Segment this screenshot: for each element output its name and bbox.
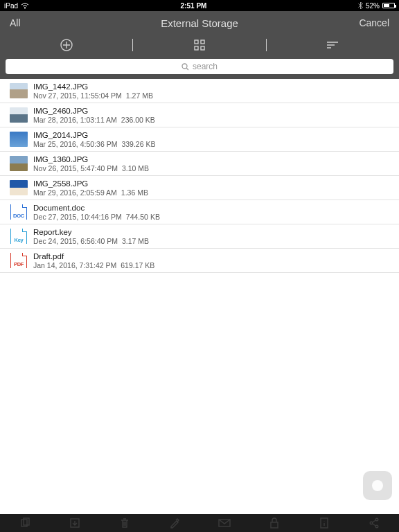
file-thumbnail — [10, 180, 28, 195]
pencil-icon — [169, 517, 180, 529]
move-icon — [69, 517, 80, 529]
file-row[interactable]: IMG_1442.JPGNov 27, 2015, 11:55:04 PM1.2… — [0, 79, 399, 103]
file-subtitle: Jan 14, 2016, 7:31:42 PM619.17 KB — [33, 261, 392, 269]
file-name: Draft.pdf — [33, 252, 392, 261]
file-list: IMG_1442.JPGNov 27, 2015, 11:55:04 PM1.2… — [0, 79, 399, 273]
delete-button[interactable] — [100, 517, 150, 529]
file-date: Dec 27, 2015, 10:44:16 PM — [33, 213, 122, 221]
add-button[interactable] — [0, 38, 132, 52]
file-size: 744.50 KB — [126, 213, 160, 221]
file-thumbnail: Key — [10, 229, 28, 244]
svg-rect-11 — [271, 522, 278, 528]
view-grid-button[interactable] — [133, 39, 265, 51]
clock: 2:51 PM — [29, 2, 358, 10]
file-row[interactable]: DOCDocument.docDec 27, 2015, 10:44:16 PM… — [0, 200, 399, 224]
file-subtitle: Nov 27, 2015, 11:55:04 PM1.27 MB — [33, 91, 392, 100]
file-name: IMG_2460.JPG — [33, 107, 392, 116]
file-name: IMG_2558.JPG — [33, 179, 392, 188]
file-date: Mar 28, 2016, 1:03:11 AM — [33, 116, 117, 124]
mail-icon — [218, 519, 231, 527]
file-type-label: PDF — [14, 261, 24, 267]
share-button[interactable] — [349, 517, 399, 529]
bottom-toolbar — [0, 514, 399, 532]
file-row[interactable]: PDFDraft.pdfJan 14, 2016, 7:31:42 PM619.… — [0, 249, 399, 273]
file-date: Nov 27, 2015, 11:55:04 PM — [33, 91, 122, 100]
nav-all-button[interactable]: All — [10, 17, 65, 28]
svg-rect-4 — [195, 46, 198, 50]
file-size: 3.17 MB — [122, 237, 149, 245]
file-size: 619.17 KB — [121, 261, 154, 269]
file-thumbnail — [10, 83, 28, 98]
file-thumbnail: PDF — [10, 253, 28, 268]
file-type-label: DOC — [13, 213, 24, 219]
file-date: Dec 24, 2015, 6:56:40 PM — [33, 237, 118, 245]
info-icon — [319, 517, 329, 529]
file-size: 1.27 MB — [126, 91, 153, 100]
file-row[interactable]: IMG_2558.JPGMar 29, 2016, 2:05:59 AM1.36… — [0, 176, 399, 200]
file-thumbnail — [10, 107, 28, 123]
file-row[interactable]: IMG_2460.JPGMar 28, 2016, 1:03:11 AM236.… — [0, 103, 399, 127]
mail-button[interactable] — [200, 519, 249, 527]
info-button[interactable] — [299, 517, 349, 529]
file-date: Jan 14, 2016, 7:31:42 PM — [33, 261, 116, 269]
file-name: Document.doc — [33, 204, 392, 213]
file-name: IMG_2014.JPG — [33, 131, 392, 140]
svg-rect-3 — [201, 40, 204, 44]
svg-point-14 — [375, 518, 378, 521]
file-meta: Draft.pdfJan 14, 2016, 7:31:42 PM619.17 … — [33, 252, 392, 269]
search-input[interactable]: search — [6, 59, 393, 74]
svg-rect-5 — [201, 46, 204, 50]
nav-cancel-button[interactable]: Cancel — [334, 17, 389, 28]
move-button[interactable] — [50, 517, 100, 529]
file-subtitle: Nov 26, 2015, 5:47:40 PM3.10 MB — [33, 164, 392, 172]
file-meta: Document.docDec 27, 2015, 10:44:16 PM744… — [33, 204, 392, 221]
lock-icon — [269, 517, 279, 529]
search-bar: search — [0, 55, 399, 79]
file-subtitle: Dec 27, 2015, 10:44:16 PM744.50 KB — [33, 213, 392, 221]
file-thumbnail — [10, 156, 28, 171]
file-meta: IMG_2558.JPGMar 29, 2016, 2:05:59 AM1.36… — [33, 179, 392, 197]
trash-icon — [120, 517, 130, 529]
file-row[interactable]: IMG_2014.JPGMar 25, 2016, 4:50:36 PM339.… — [0, 127, 399, 152]
file-meta: Report.keyDec 24, 2015, 6:56:40 PM3.17 M… — [33, 228, 392, 245]
copy-button[interactable] — [0, 517, 50, 529]
toolbar — [0, 35, 399, 55]
file-type-label: Key — [15, 237, 24, 243]
file-thumbnail — [10, 132, 28, 147]
nav-title: External Storage — [65, 17, 334, 29]
file-date: Mar 25, 2016, 4:50:36 PM — [33, 140, 117, 148]
copy-icon — [19, 517, 30, 529]
grid-icon — [193, 39, 206, 51]
edit-button[interactable] — [150, 517, 200, 529]
svg-point-0 — [24, 8, 26, 9]
sort-button[interactable] — [267, 40, 399, 50]
file-size: 339.26 KB — [121, 140, 155, 148]
status-bar: iPad 2:51 PM 52% — [0, 0, 399, 11]
search-icon — [181, 63, 189, 71]
bluetooth-icon — [358, 2, 363, 9]
battery-icon — [382, 3, 395, 8]
device-label: iPad — [4, 2, 18, 10]
file-meta: IMG_2460.JPGMar 28, 2016, 1:03:11 AM236.… — [33, 107, 392, 124]
file-row[interactable]: KeyReport.keyDec 24, 2015, 6:56:40 PM3.1… — [0, 224, 399, 249]
svg-point-13 — [370, 522, 373, 524]
file-date: Mar 29, 2016, 2:05:59 AM — [33, 188, 117, 197]
svg-point-6 — [182, 64, 187, 69]
file-date: Nov 26, 2015, 5:47:40 PM — [33, 164, 118, 172]
file-size: 236.00 KB — [121, 116, 155, 124]
sort-icon — [326, 40, 339, 50]
file-size: 3.10 MB — [122, 164, 149, 172]
assistive-touch-button[interactable] — [363, 471, 392, 500]
file-subtitle: Mar 29, 2016, 2:05:59 AM1.36 MB — [33, 188, 392, 197]
file-name: Report.key — [33, 228, 392, 237]
file-meta: IMG_2014.JPGMar 25, 2016, 4:50:36 PM339.… — [33, 131, 392, 148]
svg-point-15 — [375, 525, 378, 528]
lock-button[interactable] — [249, 517, 299, 529]
svg-rect-2 — [195, 40, 198, 44]
file-meta: IMG_1360.JPGNov 26, 2015, 5:47:40 PM3.10… — [33, 155, 392, 172]
file-meta: IMG_1442.JPGNov 27, 2015, 11:55:04 PM1.2… — [33, 82, 392, 100]
file-size: 1.36 MB — [121, 188, 148, 197]
wifi-icon — [21, 3, 29, 9]
file-row[interactable]: IMG_1360.JPGNov 26, 2015, 5:47:40 PM3.10… — [0, 152, 399, 176]
file-subtitle: Mar 28, 2016, 1:03:11 AM236.00 KB — [33, 116, 392, 124]
